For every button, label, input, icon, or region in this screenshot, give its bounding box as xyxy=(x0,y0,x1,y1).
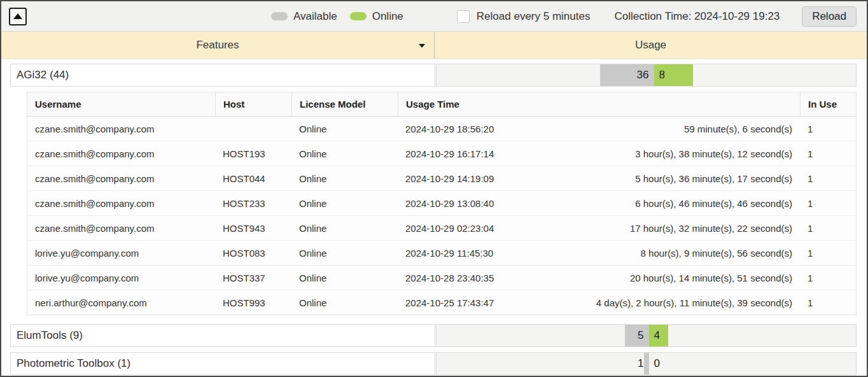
session-usage-time: 2024-10-29 13:08:406 hour(s), 46 minute(… xyxy=(398,191,800,215)
feature-name[interactable]: Photometric Toolbox (1) xyxy=(10,352,435,375)
session-host: HOST993 xyxy=(215,290,291,315)
session-start-time: 2024-10-25 17:43:47 xyxy=(405,297,494,308)
table-row: lorive.yu@company.comHOST337Online2024-1… xyxy=(27,266,856,290)
reload-interval-control[interactable]: Reload every 5 minutes xyxy=(457,10,591,23)
session-license-model: Online xyxy=(291,216,398,240)
session-host: HOST943 xyxy=(215,216,291,240)
online-count-bar: 8 xyxy=(654,64,693,86)
session-duration: 17 hour(s), 32 minute(s), 22 second(s) xyxy=(630,223,792,234)
available-count-bar: 1 xyxy=(644,353,649,374)
sessions-table-header: UsernameHostLicense ModelUsage TimeIn Us… xyxy=(27,92,856,117)
feature-row: AGi32 (44)368 xyxy=(10,64,857,87)
online-count: 8 xyxy=(654,69,670,82)
session-username: neri.arthur@company.com xyxy=(27,290,215,315)
session-start-time: 2024-10-29 16:17:14 xyxy=(405,148,494,159)
toolbar: Available Online Reload every 5 minutes … xyxy=(1,1,867,32)
session-usage-time: 2024-10-29 14:19:095 hour(s), 36 minute(… xyxy=(398,166,800,190)
session-license-model: Online xyxy=(291,266,398,290)
license-monitor-window: Available Online Reload every 5 minutes … xyxy=(0,0,868,377)
session-start-time: 2024-10-28 23:40:35 xyxy=(405,273,494,283)
session-in-use: 1 xyxy=(800,166,856,190)
session-username: czane.smith@company.com xyxy=(27,141,215,166)
feature-name[interactable]: AGi32 (44) xyxy=(10,64,435,87)
session-username: czane.smith@company.com xyxy=(27,166,215,190)
usage-column-label: Usage xyxy=(635,39,666,52)
session-start-time: 2024-10-29 18:56:20 xyxy=(405,124,494,134)
session-duration: 3 hour(s), 38 minute(s), 12 second(s) xyxy=(635,148,792,159)
session-in-use: 1 xyxy=(800,216,856,240)
reload-button[interactable]: Reload xyxy=(802,6,857,27)
feature-name[interactable]: ElumTools (9) xyxy=(10,324,435,347)
usage-column-header[interactable]: Usage xyxy=(435,32,867,59)
session-license-model: Online xyxy=(291,241,398,265)
features-list: AGi32 (44)368UsernameHostLicense ModelUs… xyxy=(1,59,867,376)
available-count: 36 xyxy=(632,69,654,82)
reload-interval-label: Reload every 5 minutes xyxy=(477,10,591,23)
legend: Available Online xyxy=(271,10,403,23)
session-host: HOST083 xyxy=(215,241,291,265)
session-usage-time: 2024-10-25 17:43:474 day(s), 2 hour(s), … xyxy=(398,290,800,315)
session-username: czane.smith@company.com xyxy=(27,216,215,240)
features-column-header[interactable]: Features xyxy=(1,32,435,59)
session-duration: 4 day(s), 2 hour(s), 11 minute(s), 39 se… xyxy=(596,297,792,308)
column-header-inuse: In Use xyxy=(800,92,856,116)
available-count: 5 xyxy=(633,329,648,342)
session-host: HOST233 xyxy=(215,191,291,215)
chevron-down-icon xyxy=(419,44,425,48)
features-column-label: Features xyxy=(196,39,239,52)
session-in-use: 1 xyxy=(800,191,856,215)
session-usage-time: 2024-10-29 18:56:2059 minute(s), 6 secon… xyxy=(398,117,800,141)
feature-row: ElumTools (9)54 xyxy=(10,324,857,347)
feature-usage-cell: 10 xyxy=(436,352,857,375)
session-usage-time: 2024-10-29 02:23:0417 hour(s), 32 minute… xyxy=(398,216,800,240)
session-duration: 5 hour(s), 36 minute(s), 17 second(s) xyxy=(635,173,792,184)
session-username: czane.smith@company.com xyxy=(27,117,215,141)
table-row: czane.smith@company.comHOST233Online2024… xyxy=(27,191,856,216)
session-host xyxy=(215,117,291,141)
session-duration: 8 hour(s), 9 minute(s), 56 second(s) xyxy=(641,248,792,259)
table-row: czane.smith@company.comHOST193Online2024… xyxy=(27,141,856,166)
column-header-model: License Model xyxy=(291,92,398,116)
reload-interval-checkbox[interactable] xyxy=(457,10,470,23)
online-count: 0 xyxy=(649,357,665,370)
sessions-table: UsernameHostLicense ModelUsage TimeIn Us… xyxy=(27,92,857,315)
session-duration: 59 minute(s), 6 second(s) xyxy=(684,124,792,134)
online-count: 4 xyxy=(649,329,665,342)
session-duration: 20 hour(s), 14 minute(s), 51 second(s) xyxy=(630,273,792,283)
collapse-all-button[interactable] xyxy=(9,8,27,25)
online-legend-label: Online xyxy=(372,10,403,23)
session-license-model: Online xyxy=(291,117,398,141)
session-username: lorive.yu@company.com xyxy=(27,266,215,290)
table-row: lorive.yu@company.comHOST083Online2024-1… xyxy=(27,241,856,266)
session-usage-time: 2024-10-28 23:40:3520 hour(s), 14 minute… xyxy=(398,266,800,290)
session-username: czane.smith@company.com xyxy=(27,191,215,215)
available-count-bar: 5 xyxy=(625,325,649,346)
table-row: czane.smith@company.comOnline2024-10-29 … xyxy=(27,117,856,141)
session-license-model: Online xyxy=(291,166,398,190)
session-in-use: 1 xyxy=(800,141,856,166)
available-legend-label: Available xyxy=(293,10,337,23)
session-license-model: Online xyxy=(291,191,398,215)
session-start-time: 2024-10-29 02:23:04 xyxy=(405,223,494,234)
session-in-use: 1 xyxy=(800,266,856,290)
session-host: HOST193 xyxy=(215,141,291,166)
column-header-time: Usage Time xyxy=(398,92,800,116)
session-in-use: 1 xyxy=(800,290,856,315)
available-swatch-icon xyxy=(271,12,288,20)
collapse-up-icon xyxy=(13,13,22,19)
session-username: lorive.yu@company.com xyxy=(27,241,215,265)
session-duration: 6 hour(s), 46 minute(s), 46 second(s) xyxy=(635,198,792,209)
session-license-model: Online xyxy=(291,141,398,166)
session-usage-time: 2024-10-29 11:45:308 hour(s), 9 minute(s… xyxy=(398,241,800,265)
session-in-use: 1 xyxy=(800,241,856,265)
column-header-row: Features Usage xyxy=(1,32,867,59)
session-usage-time: 2024-10-29 16:17:143 hour(s), 38 minute(… xyxy=(398,141,800,166)
session-host: HOST044 xyxy=(215,166,291,190)
session-start-time: 2024-10-29 13:08:40 xyxy=(405,198,494,209)
feature-row: Photometric Toolbox (1)10 xyxy=(10,352,857,375)
session-in-use: 1 xyxy=(800,117,856,141)
column-header-user: Username xyxy=(27,92,215,116)
feature-usage-cell: 368 xyxy=(436,64,857,87)
online-swatch-icon xyxy=(350,12,367,20)
table-row: neri.arthur@company.comHOST993Online2024… xyxy=(27,290,856,315)
